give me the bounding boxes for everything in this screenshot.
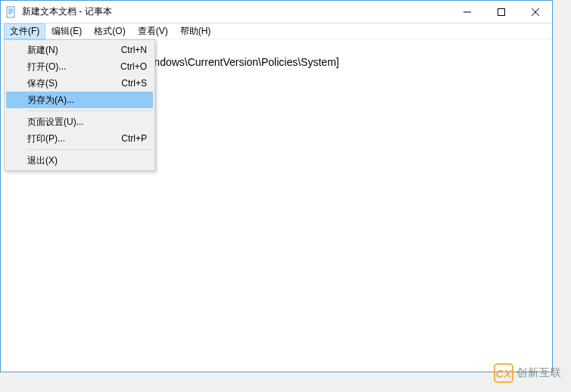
svg-rect-6 [498,8,504,15]
menu-item-label: 新建(N) [27,44,109,57]
file-menu-item-1[interactable]: 打开(O)...Ctrl+O [6,58,153,75]
menu-item-4[interactable]: 帮助(H) [174,23,217,39]
menu-item-label: 打开(O)... [27,61,108,73]
file-menu-item-3[interactable]: 另存为(A)... [6,92,153,108]
minimize-button[interactable] [450,1,484,23]
file-menu-item-0[interactable]: 新建(N)Ctrl+N [6,42,153,58]
maximize-button[interactable] [484,1,518,23]
app-icon [5,6,17,18]
menu-item-label: 保存(S) [27,77,109,90]
menu-item-shortcut: Ctrl+N [121,45,147,55]
menu-item-3[interactable]: 查看(V) [132,23,174,39]
menu-item-1[interactable]: 编辑(E) [45,23,88,39]
menu-item-shortcut: Ctrl+S [121,78,147,89]
menu-item-label: 页面设置(U)... [27,116,147,129]
close-button[interactable] [518,1,552,23]
watermark-logo: CX [494,363,513,383]
menu-item-shortcut: Ctrl+P [121,133,147,144]
file-menu-item-6[interactable]: 打印(P)...Ctrl+P [6,130,153,147]
menu-item-2[interactable]: 格式(O) [88,23,131,39]
file-menu-item-2[interactable]: 保存(S)Ctrl+S [6,75,153,92]
menu-item-0[interactable]: 文件(F) [4,23,45,39]
file-menu-item-8[interactable]: 退出(X) [6,152,153,169]
notepad-window: 新建文本文档 - 记事本 文件(F)编辑(E)格式(O)查看(V)帮助(H) e… [0,0,553,372]
content-area: ersion 5.00 ARE\Microsoft\Windows\Curren… [1,39,552,372]
window-title: 新建文本文档 - 记事本 [22,5,450,18]
window-controls [450,1,552,23]
watermark: CX 创新互联 [494,363,562,383]
titlebar: 新建文本文档 - 记事本 [1,1,552,23]
menu-separator [27,110,151,111]
menu-item-label: 另存为(A)... [27,94,147,107]
menubar: 文件(F)编辑(E)格式(O)查看(V)帮助(H) [1,23,552,39]
menu-item-shortcut: Ctrl+O [120,61,147,72]
file-menu-item-5[interactable]: 页面设置(U)... [6,114,153,130]
watermark-text: 创新互联 [516,366,562,380]
menu-item-label: 打印(P)... [27,132,109,145]
menu-item-label: 退出(X) [27,154,147,167]
menu-separator [27,149,151,150]
file-menu-dropdown: 新建(N)Ctrl+N打开(O)...Ctrl+O保存(S)Ctrl+S另存为(… [4,39,155,171]
